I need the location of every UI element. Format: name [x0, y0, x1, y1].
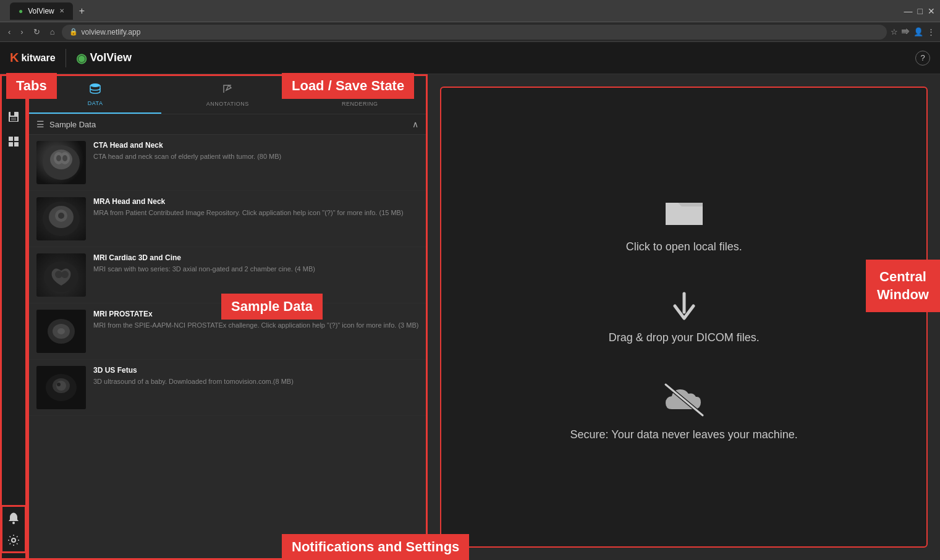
close-window-icon[interactable]: ✕ [928, 6, 935, 16]
open-folder-icon [663, 193, 706, 231]
central-area: Click to open local files. Drag & drop y… [428, 74, 940, 560]
svg-rect-5 [14, 137, 19, 141]
annotations-tab-label: ANNOTATIONS [206, 101, 249, 107]
logo-divider [66, 49, 66, 67]
browser-tab-volview[interactable]: ● VolView ✕ [10, 2, 73, 20]
tab-annotations[interactable]: ANNOTATIONS [161, 77, 294, 113]
sample-data-collapse-icon[interactable]: ∧ [412, 119, 418, 129]
data-tab-label: DATA [88, 100, 103, 106]
address-input[interactable]: 🔒 volview.netlify.app [62, 25, 887, 40]
svg-point-28 [57, 328, 65, 334]
sample-data-icon: ☰ [36, 119, 44, 129]
notifications-button[interactable] [2, 507, 25, 529]
sample-data-title-row: ☰ Sample Data [36, 119, 96, 129]
sample-item-fetus[interactable]: 3D US Fetus 3D ultrasound of a baby. Dow… [29, 360, 426, 416]
notifications-overlay-label: Notifications and Settings [282, 534, 469, 560]
sample-item-mra[interactable]: MRA Head and Neck MRA from Patient Contr… [29, 191, 426, 247]
svg-rect-4 [9, 137, 13, 141]
kitware-logo: K kitware [10, 51, 56, 65]
browser-chrome: ● VolView ✕ + — □ ✕ [0, 0, 940, 22]
address-action-icons: ☆ ⭆ 👤 ⋮ [891, 27, 935, 36]
sample-item-cta[interactable]: CTA Head and Neck CTA head and neck scan… [29, 135, 426, 191]
kitware-k-icon: K [10, 51, 19, 65]
sample-data-title-text: Sample Data [49, 120, 96, 129]
secure-section: Secure: Your data never leaves your mach… [570, 381, 798, 441]
sample-name-mra: MRA Head and Neck [93, 197, 418, 206]
drag-drop-section: Drag & drop your DICOM files. [609, 291, 760, 344]
sample-thumb-fetus [36, 366, 86, 409]
new-tab-button[interactable]: + [75, 4, 88, 18]
sample-desc-mra: MRA from Patient Contributed Image Repos… [93, 208, 418, 218]
volview-label: VolView [90, 51, 132, 64]
sample-name-cta: CTA Head and Neck [93, 141, 418, 150]
forward-button[interactable]: › [17, 26, 26, 38]
tab-title: VolView [28, 7, 54, 15]
data-tab-icon [89, 82, 101, 98]
svg-point-16 [56, 155, 61, 161]
app-header: K kitware ◉ VolView ? [0, 42, 940, 74]
annotations-tab-icon [221, 83, 234, 98]
volview-icon: ◉ [76, 51, 87, 66]
grid-layout-button[interactable] [2, 130, 25, 153]
sample-info-fetus: 3D US Fetus 3D ultrasound of a baby. Dow… [93, 366, 418, 409]
minimize-icon[interactable]: — [904, 6, 913, 16]
profile-icon[interactable]: 👤 [913, 27, 923, 36]
drop-zone-inner: Click to open local files. Drag & drop y… [466, 193, 902, 441]
notifications-section [1, 505, 27, 553]
open-files-text: Click to open local files. [626, 240, 742, 253]
tabs-overlay-label: Tabs [6, 73, 57, 99]
tab-close-button[interactable]: ✕ [59, 7, 64, 14]
svg-point-17 [62, 155, 67, 161]
svg-point-8 [12, 522, 15, 524]
load-save-overlay-label: Load / Save State [282, 73, 414, 99]
sample-info-mra: MRA Head and Neck MRA from Patient Contr… [93, 197, 418, 240]
sample-data-overlay-label: Sample Data [221, 294, 323, 320]
sample-data-header: ☰ Sample Data ∧ [29, 114, 426, 135]
sample-info-cta: CTA Head and Neck CTA head and neck scan… [93, 141, 418, 184]
svg-point-9 [12, 538, 15, 542]
no-cloud-icon [663, 381, 706, 418]
sample-thumb-mra [36, 197, 86, 240]
sample-name-fetus: 3D US Fetus [93, 366, 418, 375]
lock-icon: 🔒 [69, 28, 78, 36]
bookmark-star-icon[interactable]: ☆ [891, 27, 898, 36]
central-window-overlay-label: Central Window [866, 260, 940, 312]
svg-rect-1 [11, 112, 14, 116]
extension-icon[interactable]: ⭆ [902, 27, 910, 36]
refresh-button[interactable]: ↻ [30, 26, 43, 38]
svg-point-33 [57, 383, 61, 386]
rendering-tab-label: RENDERING [342, 101, 378, 107]
browser-action-buttons: — □ ✕ [904, 6, 935, 16]
vertical-toolbar [0, 74, 27, 560]
sample-info-cardiac: MRI Cardiac 3D and Cine MRI scan with tw… [93, 253, 418, 297]
open-files-section: Click to open local files. [626, 193, 742, 253]
address-bar: ‹ › ↻ ⌂ 🔒 volview.netlify.app ☆ ⭆ 👤 ⋮ [0, 22, 940, 42]
sample-thumb-prostate [36, 310, 86, 353]
help-button[interactable]: ? [915, 51, 930, 66]
menu-icon[interactable]: ⋮ [927, 27, 935, 36]
home-button[interactable]: ⌂ [47, 26, 58, 38]
url-display: volview.netlify.app [82, 28, 141, 36]
kitware-label: kitware [21, 53, 55, 64]
save-state-button[interactable] [2, 106, 25, 128]
drag-drop-text: Drag & drop your DICOM files. [609, 331, 760, 344]
drop-zone[interactable]: Click to open local files. Drag & drop y… [440, 87, 928, 548]
sample-desc-fetus: 3D ultrasound of a baby. Downloaded from… [93, 377, 418, 386]
main-layout: DATA ANNOTATIONS RENDERING [0, 74, 940, 560]
svg-rect-7 [14, 142, 19, 146]
sample-thumb-cardiac [36, 253, 86, 297]
svg-point-10 [90, 83, 100, 87]
sample-desc-cta: CTA head and neck scan of elderly patien… [93, 152, 418, 161]
sample-data-list: CTA Head and Neck CTA head and neck scan… [29, 135, 426, 558]
settings-button[interactable] [2, 529, 25, 551]
sample-name-cardiac: MRI Cardiac 3D and Cine [93, 253, 418, 262]
back-button[interactable]: ‹ [5, 26, 14, 38]
svg-point-24 [61, 271, 69, 278]
svg-rect-3 [11, 117, 16, 121]
sample-thumb-cta [36, 141, 86, 184]
svg-point-21 [58, 213, 64, 219]
volview-logo: ◉ VolView [76, 51, 132, 66]
app-logo: K kitware ◉ VolView [10, 49, 132, 67]
maximize-icon[interactable]: □ [918, 6, 923, 16]
secure-text: Secure: Your data never leaves your mach… [570, 428, 798, 441]
